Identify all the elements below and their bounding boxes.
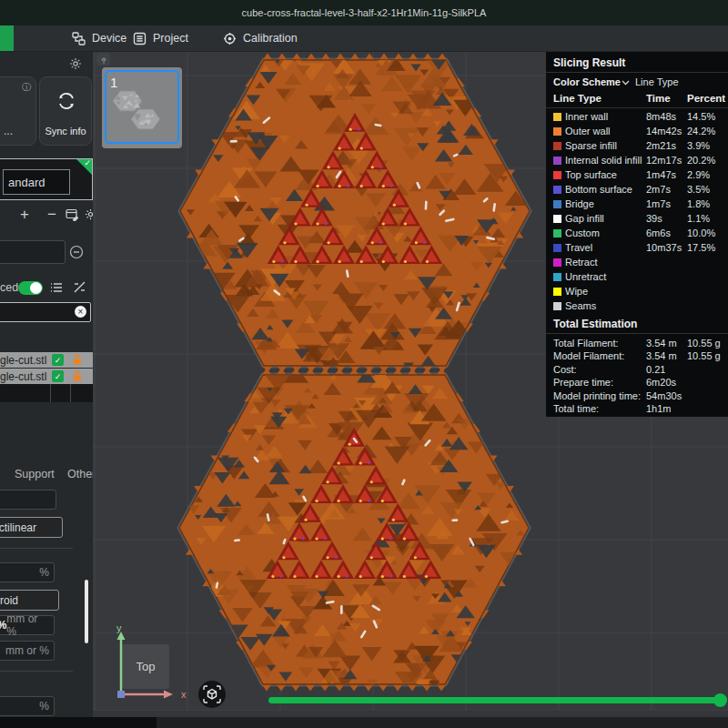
estimation-value: 6m20s [646,377,676,388]
pattern-field-2[interactable]: yroid [0,590,59,611]
visibility-checkbox[interactable]: ✓ [52,370,64,382]
slider-handle[interactable] [713,693,727,707]
density-value: 0% [0,619,6,632]
tab-others[interactable]: Others [67,468,93,480]
line-type-row: Sparse infill2m21s3.9% [553,140,724,155]
line-type-swatch [553,258,561,267]
minus-circle-icon[interactable] [69,245,84,259]
tab-calibration[interactable]: Calibration [223,25,298,51]
lock-icon[interactable] [72,354,83,366]
sync-icon [56,90,77,112]
sidebar-scrollbar[interactable] [85,580,88,643]
printer-card[interactable]: ⓘ ... [0,76,36,146]
estimation-label: Model Filament: [553,350,624,361]
tab-support[interactable]: Support [15,468,55,480]
line-type-swatch [553,157,561,165]
object-row[interactable]: gle-cut.stl ✓ [0,352,93,368]
save-preset-icon[interactable] [66,208,79,221]
sliced-model-bottom[interactable] [179,366,529,693]
estimation-value: 54m30s [646,390,682,401]
active-tab-indicator[interactable] [0,25,14,51]
line-type-label: Top surface [565,169,617,180]
clear-search-icon[interactable]: × [75,306,86,318]
line-type-percent: 1.1% [687,213,710,224]
line-type-row: Unretract [553,271,724,286]
tab-device-label: Device [92,32,126,45]
col-time: Time [646,93,671,104]
line-type-percent: 3.5% [687,184,710,195]
line-type-row: Gap infill39s1.1% [553,213,724,228]
line-type-label: Gap infill [565,213,604,224]
tab-project[interactable]: Project [133,25,188,51]
divider [546,333,728,334]
line-type-swatch [553,288,561,296]
tab-device[interactable]: Device [72,25,126,51]
line-type-label: Travel [565,242,592,253]
col-line-type: Line Type [553,93,602,104]
advanced-mode-label: ced [0,281,18,294]
search-input[interactable]: × [0,302,91,322]
line-type-swatch [553,244,561,252]
estimation-value-2: 10.55 g [687,338,721,349]
total-estimation-title: Total Estimation [553,318,637,330]
line-type-swatch [553,127,561,136]
pattern-field-2-value: yroid [0,594,18,607]
divider [546,72,728,73]
layer-progress-slider[interactable] [268,697,725,703]
preset-value: andard [8,176,45,189]
line-type-time: 8m48s [646,111,676,122]
bottom-strip-dark [0,717,157,728]
density-field[interactable]: 0% mm or % [0,615,55,635]
line-type-time: 10m37s [646,242,682,253]
object-name: gle-cut.stl [0,370,46,383]
line-type-percent: 1.8% [687,198,710,209]
info-icon[interactable]: ⓘ [22,81,31,94]
advanced-toggle[interactable] [18,281,43,295]
line-type-time: 39s [646,213,662,224]
divider [0,548,73,549]
menu-bar: Device Project Calibration [0,25,728,52]
line-type-row: Bridge1m7s1.8% [553,198,724,213]
line-type-swatch [553,229,561,238]
device-icon [72,32,86,46]
line-type-percent: 3.9% [687,140,710,151]
plate-thumbnail[interactable]: 1 [102,67,182,148]
percent-field-1[interactable]: % [0,562,55,582]
collapse-panel-icon[interactable]: ‹|› [96,53,110,66]
col-percent: Percent [687,93,725,104]
sliced-model-top[interactable] [180,51,530,372]
visibility-checkbox[interactable]: ✓ [52,354,64,366]
printer-settings-gear-icon[interactable] [68,56,83,71]
percent-field-2[interactable]: % [0,696,55,716]
color-scheme-dropdown[interactable]: Line Type [635,76,679,87]
estimation-value: 3.54 m [646,338,677,349]
percent-field-1-unit: % [39,566,49,579]
line-type-time: 12m17s [646,155,682,166]
pattern-field-1[interactable]: ectilinear [0,517,63,538]
axis-gizmo: y x [100,621,200,712]
add-preset-button[interactable]: + [20,206,29,224]
plate-number: 1 [110,75,117,90]
sync-info-button[interactable]: Sync info [39,76,92,146]
line-type-label: Inner wall [565,111,608,122]
panel-title: Slicing Result [553,56,625,69]
estimation-value-2: 10.55 g [687,350,721,361]
preset-selector[interactable]: andard ✓ [0,158,93,200]
setting-field-empty[interactable] [0,490,56,510]
estimation-row: Cost:0.21 [553,364,724,375]
line-type-percent: 10.0% [687,228,715,238]
line-type-swatch [553,215,561,223]
length-field[interactable]: mm or % [0,641,55,661]
filter-settings-icon[interactable] [73,280,86,294]
list-view-icon[interactable] [50,281,64,294]
title-bar: cube-cross-fractal-level-3-half-x2-1Hr1M… [0,0,728,25]
line-type-time: 1m47s [646,169,676,180]
object-name: gle-cut.stl [0,354,46,367]
parameter-input[interactable] [0,240,66,264]
remove-preset-button[interactable]: − [47,206,56,224]
view-cube-button[interactable] [198,681,226,708]
line-type-row: Inner wall8m48s14.5% [553,111,724,126]
preset-gear-icon[interactable] [84,207,93,221]
object-row[interactable]: gle-cut.stl ✓ [0,369,93,384]
lock-icon[interactable] [72,370,83,382]
